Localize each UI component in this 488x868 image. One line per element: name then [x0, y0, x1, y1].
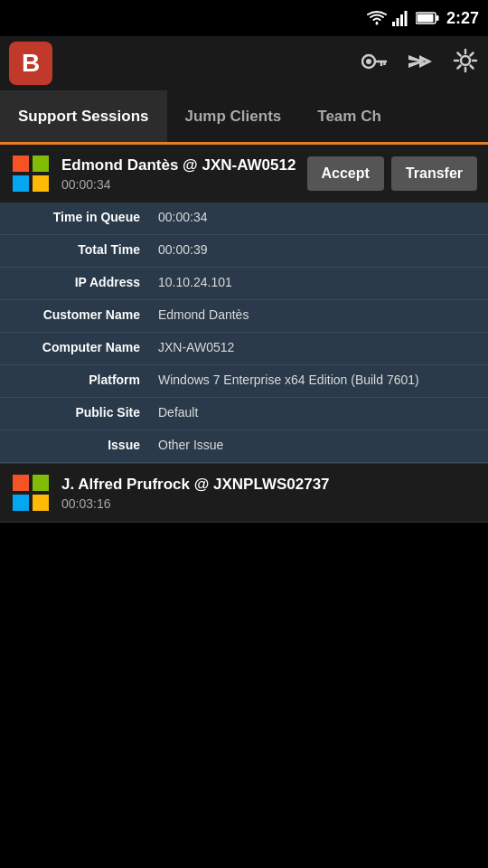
svg-rect-24 [13, 156, 29, 172]
key-icon[interactable] [361, 50, 389, 78]
value-total-time: 00:00:39 [149, 235, 488, 267]
top-bar-icons [361, 48, 479, 80]
windows-icon-2 [11, 473, 51, 513]
svg-rect-27 [33, 175, 49, 192]
details-row-platform: Platform Windows 7 Enterprise x64 Editio… [0, 365, 488, 398]
transfer-button[interactable]: Transfer [391, 156, 477, 191]
label-ip-address: IP Address [0, 268, 149, 299]
value-ip-address: 10.10.24.101 [149, 268, 488, 299]
label-public-site: Public Site [0, 398, 149, 429]
forward-icon[interactable] [407, 50, 434, 78]
details-row-ip-address: IP Address 10.10.24.101 [0, 268, 488, 300]
session-header-2: J. Alfred Prufrock @ JXNPLWS02737 00:03:… [0, 464, 488, 522]
session-card-1: Edmond Dantès @ JXN-AW0512 00:00:34 Acce… [0, 145, 488, 464]
session-card-2: J. Alfred Prufrock @ JXNPLWS02737 00:03:… [0, 464, 488, 523]
session-info-1: Edmond Dantès @ JXN-AW0512 00:00:34 [61, 156, 296, 192]
status-bar: 2:27 [0, 0, 488, 36]
svg-rect-3 [400, 14, 403, 26]
svg-point-9 [366, 59, 371, 64]
svg-line-23 [458, 65, 461, 68]
svg-rect-29 [33, 475, 49, 491]
label-platform: Platform [0, 365, 149, 397]
details-row-total-time: Total Time 00:00:39 [0, 235, 488, 268]
session-elapsed-2: 00:03:16 [61, 496, 477, 511]
details-row-public-site: Public Site Default [0, 398, 488, 430]
svg-rect-28 [13, 475, 29, 491]
label-issue: Issue [0, 430, 149, 462]
tab-support-sessions[interactable]: Support Sessions [0, 90, 167, 145]
label-total-time: Total Time [0, 235, 149, 267]
svg-rect-31 [33, 495, 49, 511]
session-elapsed-1: 00:00:34 [61, 177, 296, 192]
svg-rect-1 [392, 22, 395, 26]
svg-line-21 [471, 65, 474, 68]
svg-line-22 [471, 52, 474, 55]
svg-point-0 [375, 23, 378, 25]
details-row-computer-name: Computer Name JXN-AW0512 [0, 333, 488, 365]
app-logo: B [9, 42, 52, 85]
label-computer-name: Computer Name [0, 333, 149, 364]
session-name-1: Edmond Dantès @ JXN-AW0512 [61, 156, 296, 175]
value-public-site: Default [149, 398, 488, 429]
details-row-customer-name: Customer Name Edmond Dantès [0, 300, 488, 333]
value-computer-name: JXN-AW0512 [149, 333, 488, 364]
svg-rect-30 [13, 495, 29, 511]
settings-icon[interactable] [452, 48, 479, 80]
details-table-1: Time in Queue 00:00:34 Total Time 00:00:… [0, 203, 488, 463]
svg-rect-4 [404, 11, 407, 26]
svg-rect-2 [396, 18, 399, 26]
svg-rect-7 [417, 14, 433, 23]
windows-icon-1 [11, 154, 51, 193]
status-icons [367, 10, 439, 26]
session-header-1: Edmond Dantès @ JXN-AW0512 00:00:34 Acce… [0, 145, 488, 203]
battery-icon [416, 12, 439, 24]
status-time: 2:27 [446, 9, 479, 28]
svg-line-20 [458, 52, 461, 55]
wifi-icon [367, 10, 387, 26]
tabs: Support Sessions Jump Clients Team Ch [0, 90, 488, 145]
details-row-time-in-queue: Time in Queue 00:00:34 [0, 203, 488, 235]
session-info-2: J. Alfred Prufrock @ JXNPLWS02737 00:03:… [61, 475, 477, 511]
session-actions-1: Accept Transfer [307, 156, 478, 191]
accept-button[interactable]: Accept [307, 156, 384, 191]
details-row-issue: Issue Other Issue [0, 430, 488, 463]
session-name-2: J. Alfred Prufrock @ JXNPLWS02737 [61, 475, 477, 495]
tab-team-chat[interactable]: Team Ch [299, 90, 399, 142]
value-time-in-queue: 00:00:34 [149, 203, 488, 234]
signal-icon [392, 10, 410, 26]
label-customer-name: Customer Name [0, 300, 149, 332]
tab-jump-clients[interactable]: Jump Clients [167, 90, 300, 142]
label-time-in-queue: Time in Queue [0, 203, 149, 234]
top-bar: B [0, 36, 488, 90]
value-platform: Windows 7 Enterprise x64 Edition (Build … [149, 365, 488, 397]
svg-rect-26 [13, 175, 29, 192]
svg-rect-6 [436, 15, 438, 21]
value-customer-name: Edmond Dantès [149, 300, 488, 332]
svg-point-15 [461, 56, 470, 65]
value-issue: Other Issue [149, 430, 488, 462]
svg-rect-25 [33, 156, 49, 172]
